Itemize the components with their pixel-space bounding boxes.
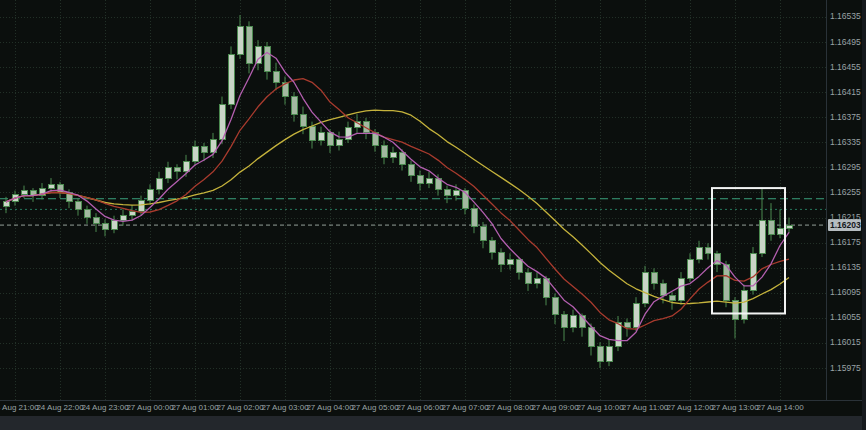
time-tick-label: 24 Aug 22:00 — [36, 403, 83, 412]
price-tick-label: 1.16495 — [830, 38, 861, 47]
time-tick-label: 27 Aug 10:00 — [576, 403, 623, 412]
time-tick-label: 27 Aug 03:00 — [261, 403, 308, 412]
price-tick-label: 1.16335 — [830, 138, 861, 147]
chart-canvas[interactable] — [0, 0, 826, 400]
candlestick-chart-area[interactable] — [0, 0, 826, 400]
time-tick-label: 24 Aug 23:00 — [81, 403, 128, 412]
trading-chart-window: 1.16203 1.165351.164951.164551.164151.16… — [0, 0, 866, 430]
time-tick-label: 27 Aug 12:00 — [666, 403, 713, 412]
price-tick-label: 1.16095 — [830, 288, 861, 297]
time-tick-label: 27 Aug 06:00 — [396, 403, 443, 412]
time-tick-label: 27 Aug 02:00 — [216, 403, 263, 412]
time-tick-label: 27 Aug 11:00 — [622, 403, 669, 412]
time-axis[interactable]: 24 Aug 21:0024 Aug 22:0024 Aug 23:0027 A… — [0, 400, 862, 416]
time-tick-label: 27 Aug 08:00 — [486, 403, 533, 412]
price-tick-label: 1.16175 — [830, 238, 861, 247]
window-bottom-edge — [0, 416, 866, 430]
price-tick-label: 1.16535 — [830, 12, 861, 21]
price-tick-label: 1.16455 — [830, 63, 861, 72]
time-tick-label: 27 Aug 09:00 — [531, 403, 578, 412]
price-tick-label: 1.15975 — [830, 364, 861, 373]
window-right-edge — [862, 0, 866, 430]
time-tick-label: 27 Aug 07:00 — [441, 403, 488, 412]
price-tick-label: 1.16055 — [830, 313, 861, 322]
time-tick-label: 27 Aug 05:00 — [351, 403, 398, 412]
price-tick-label: 1.16375 — [830, 113, 861, 122]
time-tick-label: 27 Aug 00:00 — [126, 403, 173, 412]
price-tick-label: 1.16255 — [830, 188, 861, 197]
price-tick-label: 1.16015 — [830, 338, 861, 347]
price-tick-label: 1.16295 — [830, 163, 861, 172]
price-axis[interactable]: 1.16203 1.165351.164951.164551.164151.16… — [826, 0, 862, 400]
time-tick-label: 27 Aug 04:00 — [306, 403, 353, 412]
price-tick-label: 1.16135 — [830, 263, 861, 272]
price-tick-label: 1.16415 — [830, 88, 861, 97]
time-tick-label: 24 Aug 21:00 — [0, 403, 39, 412]
time-tick-label: 27 Aug 01:00 — [171, 403, 218, 412]
time-tick-label: 27 Aug 14:00 — [756, 403, 803, 412]
price-tick-label: 1.16215 — [830, 213, 861, 222]
time-tick-label: 27 Aug 13:00 — [711, 403, 758, 412]
